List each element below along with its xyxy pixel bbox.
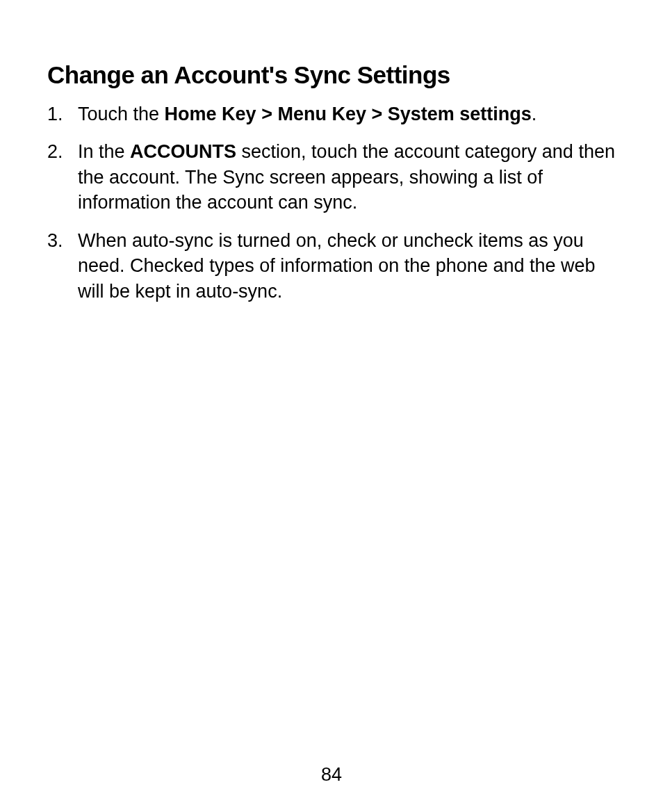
text-part: Touch the (78, 104, 165, 124)
list-item: 1. Touch the Home Key > Menu Key > Syste… (47, 102, 616, 127)
list-item-content: When auto-sync is turned on, check or un… (78, 230, 596, 302)
list-item: 2. In the ACCOUNTS section, touch the ac… (47, 139, 616, 215)
list-item: 3. When auto-sync is turned on, check or… (47, 228, 616, 304)
text-part-bold: ACCOUNTS (130, 141, 236, 162)
list-number: 2. (47, 139, 63, 164)
text-part: In the (78, 141, 130, 162)
list-number: 1. (47, 102, 63, 127)
text-part-bold: Home Key > Menu Key > System settings (165, 104, 532, 124)
list-item-content: In the ACCOUNTS section, touch the accou… (78, 141, 615, 213)
instruction-list: 1. Touch the Home Key > Menu Key > Syste… (47, 102, 616, 304)
list-number: 3. (47, 228, 63, 253)
text-part: . (532, 104, 537, 124)
page-number: 84 (0, 764, 663, 786)
list-item-content: Touch the Home Key > Menu Key > System s… (78, 104, 537, 124)
text-part: When auto-sync is turned on, check or un… (78, 230, 596, 302)
page-heading: Change an Account's Sync Settings (47, 61, 616, 89)
